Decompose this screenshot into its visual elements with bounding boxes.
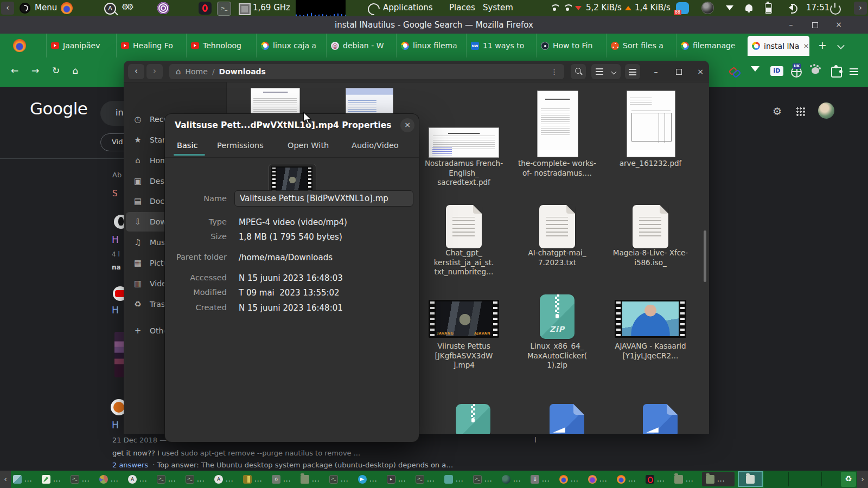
nautilus-minimize-button[interactable]: – xyxy=(650,66,662,77)
minimize-button[interactable]: – xyxy=(786,20,796,30)
taskbar-item[interactable]: ... xyxy=(71,472,90,487)
browser-tab[interactable]: instal lNa× xyxy=(748,36,809,56)
hamburger-menu-icon[interactable] xyxy=(850,68,858,69)
taskbar-item[interactable]: ... xyxy=(588,472,607,487)
file-thumbnail-partial[interactable] xyxy=(456,404,490,434)
browser-tab[interactable]: linux caja a xyxy=(256,34,326,57)
taskbar-selected-window-button[interactable] xyxy=(738,471,763,487)
panel-right-chevron-button[interactable]: › xyxy=(854,2,867,15)
back-icon[interactable] xyxy=(8,65,22,76)
taskbar-item[interactable]: ... xyxy=(473,472,492,487)
result-link-2[interactable]: H xyxy=(112,420,119,431)
taskbar-right-chevron[interactable]: › xyxy=(857,471,868,488)
dialog-tab-openwith[interactable]: Open With xyxy=(288,141,329,150)
downloads-icon[interactable] xyxy=(751,66,760,76)
taskbar-item[interactable]: ... xyxy=(444,472,463,487)
file-thumbnail[interactable] xyxy=(446,205,482,248)
terminal-icon[interactable]: >_ xyxy=(217,2,231,16)
browser-tab[interactable]: Healing Fo xyxy=(116,34,186,57)
browser-tab[interactable]: filemanage xyxy=(676,34,746,57)
taskbar-item[interactable]: ... xyxy=(416,472,435,487)
browser-tab[interactable]: Jaanipäev xyxy=(46,34,116,57)
firefox-launcher-icon[interactable] xyxy=(61,2,73,14)
breadcrumb-root[interactable]: Home xyxy=(186,67,208,76)
network-signal-icon[interactable] xyxy=(550,4,559,11)
view-toggle-button[interactable] xyxy=(591,64,621,79)
dialog-tab-permissions[interactable]: Permissions xyxy=(217,141,264,150)
clock[interactable]: 17:51 xyxy=(806,3,829,12)
battery-icon[interactable] xyxy=(765,3,772,14)
browser-tab[interactable]: Sort files a xyxy=(606,34,676,57)
name-input[interactable] xyxy=(234,190,413,207)
tray-app-icon[interactable] xyxy=(702,2,713,14)
breadcrumb-current[interactable]: Downloads xyxy=(219,67,266,76)
browser-tab[interactable]: linux filema xyxy=(396,34,466,57)
file-thumbnail-partial[interactable] xyxy=(550,404,584,434)
maximize-button[interactable] xyxy=(809,20,820,30)
taskbar-item[interactable]: ... xyxy=(128,472,147,487)
file-thumbnail[interactable]: ZiP xyxy=(540,294,575,339)
taskbar-item[interactable]: ... xyxy=(617,472,636,487)
file-thumbnail[interactable]: JAVANGAJAVAN xyxy=(429,300,499,338)
applications-menu[interactable]: Applications xyxy=(383,3,433,12)
browser-tab[interactable]: 11 ways to xyxy=(466,34,536,57)
forward-icon[interactable] xyxy=(28,65,42,76)
answers-link[interactable]: 2 answers xyxy=(112,461,148,469)
file-thumbnail[interactable] xyxy=(537,91,578,157)
taskbar-item[interactable]: ... xyxy=(272,472,291,487)
taskbar-item[interactable]: ... xyxy=(646,472,665,487)
settings-gear-icon[interactable]: ⚙ xyxy=(773,105,782,117)
close-button[interactable]: × xyxy=(833,20,844,30)
path-menu-dots-icon[interactable]: ⋮ xyxy=(551,68,558,76)
taskbar-item[interactable]: ... xyxy=(358,472,377,487)
taskbar-left-chevron[interactable]: ‹ xyxy=(0,471,11,488)
ghostery-paw-icon[interactable] xyxy=(812,67,819,74)
nautilus-close-button[interactable]: × xyxy=(694,66,706,77)
taskbar-item[interactable]: ... xyxy=(674,472,693,487)
taskbar-item[interactable]: ... xyxy=(99,472,118,487)
taskbar-item[interactable]: ... xyxy=(157,472,176,487)
notifications-bell-icon[interactable] xyxy=(745,4,752,11)
settings-gears-icon[interactable]: ⚙⚙ xyxy=(122,2,132,12)
taskbar-item[interactable]: ... xyxy=(559,472,578,487)
google-apps-grid-icon[interactable] xyxy=(796,107,806,117)
taskbar-active-window-button[interactable]: ... xyxy=(702,472,735,486)
recycle-bin-icon[interactable]: ♻ xyxy=(841,472,856,487)
account-avatar[interactable] xyxy=(818,102,834,119)
menu-button[interactable]: Menu xyxy=(35,3,57,12)
wifi-icon[interactable] xyxy=(563,4,572,11)
taskbar-item[interactable]: ... xyxy=(243,472,262,487)
result-link-1[interactable]: H xyxy=(112,305,119,316)
video-poster-thumbnail[interactable] xyxy=(114,332,124,377)
browser-tab[interactable]: How to Fin xyxy=(536,34,606,57)
taskbar-item[interactable]: ... xyxy=(214,472,233,487)
link-addon-icon[interactable] xyxy=(729,67,740,76)
reload-icon[interactable] xyxy=(49,65,63,76)
taskbar-item[interactable]: ... xyxy=(301,472,320,487)
volume-icon[interactable] xyxy=(786,4,793,11)
file-thumbnail[interactable] xyxy=(627,91,675,157)
home-icon[interactable] xyxy=(68,65,82,76)
dialog-tab-audiovideo[interactable]: Audio/Video xyxy=(352,141,399,150)
power-icon[interactable] xyxy=(830,4,841,15)
taskbar-item[interactable]: ... xyxy=(42,472,61,487)
opera-icon[interactable] xyxy=(199,2,212,15)
scrollbar-thumb[interactable] xyxy=(704,230,706,282)
uk-vpn-icon[interactable] xyxy=(791,67,802,78)
window-menu-button[interactable] xyxy=(625,64,640,79)
taskbar-item[interactable]: ... xyxy=(186,472,205,487)
tor-browser-icon[interactable] xyxy=(157,2,169,14)
file-thumbnail[interactable] xyxy=(429,127,499,158)
breadcrumb[interactable]: Home / Downloads ⋮ xyxy=(169,64,564,79)
system-menu[interactable]: System xyxy=(483,3,513,12)
file-thumbnail-partial[interactable] xyxy=(643,404,678,434)
file-thumbnail[interactable] xyxy=(633,205,668,248)
search-tool-icon[interactable]: A xyxy=(104,3,116,15)
menu-logo-icon[interactable] xyxy=(20,3,30,14)
file-thumbnail[interactable] xyxy=(615,300,686,338)
system-monitor-graph[interactable] xyxy=(296,0,346,16)
taskbar-item[interactable]: ... xyxy=(329,472,348,487)
messenger-tray-icon[interactable]: 88 xyxy=(676,2,689,14)
dropdown-triangle-icon[interactable] xyxy=(726,5,733,14)
tab-close-icon[interactable]: × xyxy=(803,42,809,50)
